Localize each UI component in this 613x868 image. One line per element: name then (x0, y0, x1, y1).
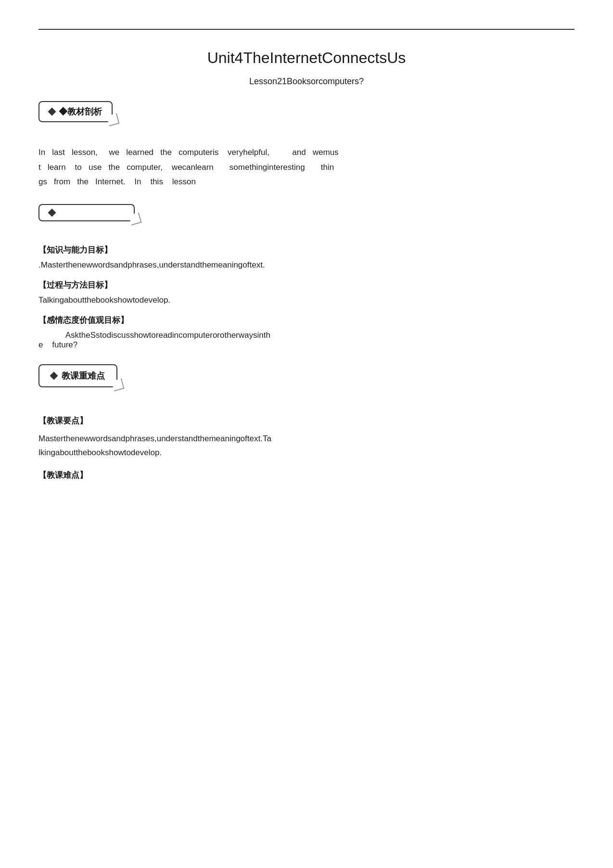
top-divider (38, 29, 575, 30)
objective-content-2: Talkingaboutthebookshowtodevelop. (38, 295, 575, 305)
key-header-1: 【教课要点】 (38, 415, 575, 426)
objective-header-2: 【过程与方法目标】 (38, 280, 575, 291)
page-container: Unit4TheInternetConnectsUs Lesson21Books… (0, 0, 613, 868)
objective-content-3: AsktheSstodiscusshowtoreadincomputerorot… (38, 331, 575, 350)
diamond-icon-2 (50, 371, 58, 380)
objective-content-1: .Masterthenewwordsandphrases,understandt… (38, 260, 575, 270)
key-points-section: 【教课要点】 Masterthenewwordsandphrases,under… (38, 415, 575, 481)
section-box-2-label: 教课重难点 (62, 370, 105, 382)
bullet-box (38, 204, 135, 221)
key-header-2: 【教课难点】 (38, 470, 575, 481)
objective-header-1: 【知识与能力目标】 (38, 244, 575, 255)
section-box-jiaoke: 教课重难点 (38, 364, 117, 387)
objectives-section: 【知识与能力目标】 .Masterthenewwordsandphrases,u… (38, 244, 575, 350)
lesson-title: Lesson21Booksorcomputers? (38, 77, 575, 87)
intro-text: In last lesson, we learned the computeri… (38, 145, 575, 190)
section-box-label: ◆教材剖析 (59, 106, 102, 117)
objective-header-3: 【感情态度价值观目标】 (38, 315, 575, 326)
main-title: Unit4TheInternetConnectsUs (38, 49, 575, 67)
diamond-icon (48, 108, 56, 116)
key-content-1: Masterthenewwordsandphrases,understandth… (38, 432, 575, 460)
bullet-diamond-icon (48, 208, 56, 217)
section-box-jiaocai: ◆教材剖析 (38, 101, 113, 122)
